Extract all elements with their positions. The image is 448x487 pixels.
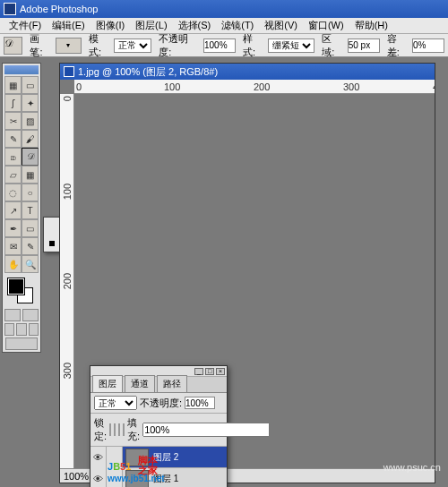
screen-mode-1[interactable]	[4, 323, 14, 336]
jump-to-ir[interactable]	[5, 337, 38, 350]
lock-pixels-icon[interactable]	[114, 423, 116, 436]
style-label: 样式:	[243, 32, 264, 59]
visibility-icon[interactable]: 👁	[90, 468, 107, 488]
slice-tool[interactable]: ▨	[22, 112, 39, 130]
lock-transparency-icon[interactable]	[109, 423, 111, 436]
mode-label: 模式:	[89, 32, 110, 59]
menu-window[interactable]: 窗口(W)	[303, 19, 349, 32]
options-bar: 𝒟 画笔: 模式: 正常 不透明度: 样式: 绷紧短 区域: 容差:	[0, 34, 448, 57]
menu-image[interactable]: 图像(I)	[90, 19, 130, 32]
layer-lock-row: 锁定: 填充:	[90, 414, 227, 447]
app-title: Adobe Photoshop	[20, 4, 98, 14]
screen-mode-2[interactable]	[16, 323, 26, 336]
workspace: ▦▭ ʃ✦ ✂▨ ✎🖌 ⎄𝒟 ▱▦ ◌○ ↗T ✒▭ ✉✎ ✋🔍 历史记录画笔工…	[0, 57, 448, 487]
shape-tool[interactable]: ▭	[22, 219, 39, 237]
eraser-tool[interactable]: ▱	[4, 166, 22, 184]
watermark-jb51: JB51 脚本之家 www.jb51.net	[108, 454, 165, 483]
layer-fill-input[interactable]	[142, 423, 270, 437]
stamp-tool[interactable]: ⎄	[4, 148, 22, 166]
lock-label: 锁定:	[94, 416, 107, 443]
brush-label: 画笔:	[30, 32, 51, 59]
path-tool[interactable]: ↗	[4, 201, 22, 219]
brush-tool[interactable]: 🖌	[22, 130, 39, 148]
opacity-input[interactable]	[203, 38, 236, 53]
hand-tool[interactable]: ✋	[4, 255, 22, 273]
document-title: 1.jpg @ 100% (图层 2, RGB/8#)	[78, 65, 218, 79]
document-titlebar[interactable]: 1.jpg @ 100% (图层 2, RGB/8#)	[60, 64, 435, 80]
titlebar: Adobe Photoshop	[0, 0, 448, 18]
toolbox-header[interactable]	[4, 65, 39, 74]
screen-mode-3[interactable]	[29, 323, 39, 336]
tolerance-label: 容差:	[387, 32, 409, 59]
panel-tabs: 图层 通道 路径	[90, 377, 227, 393]
fill-label: 填充:	[127, 416, 140, 443]
watermark-psuc: www.psuc.cn	[383, 462, 441, 473]
zoom-tool[interactable]: 🔍	[22, 255, 39, 273]
app-icon	[4, 3, 16, 15]
layer-blend-row: 正常 不透明度:	[90, 393, 227, 414]
document-icon	[64, 66, 74, 77]
area-label: 区域:	[322, 32, 343, 59]
blend-mode-select[interactable]: 正常	[94, 396, 137, 410]
maximize-icon[interactable]: □	[205, 368, 214, 375]
type-tool[interactable]: T	[22, 201, 39, 219]
menu-help[interactable]: 帮助(H)	[349, 19, 393, 32]
menu-layer[interactable]: 图层(L)	[130, 19, 172, 32]
eyedropper-tool[interactable]: ✎	[22, 237, 39, 255]
wand-tool[interactable]: ✦	[22, 94, 39, 112]
quickmask-mode[interactable]	[22, 309, 39, 321]
ruler-vertical[interactable]: 0 100 200 300	[60, 94, 74, 468]
crop-tool[interactable]: ✂	[4, 112, 22, 130]
brush-picker[interactable]	[56, 38, 82, 54]
opacity-label: 不透明度:	[140, 397, 182, 410]
menu-edit[interactable]: 编辑(E)	[47, 19, 90, 32]
notes-tool[interactable]: ✉	[4, 237, 22, 255]
foreground-color[interactable]	[8, 278, 24, 295]
toolbox: ▦▭ ʃ✦ ✂▨ ✎🖌 ⎄𝒟 ▱▦ ◌○ ↗T ✒▭ ✉✎ ✋🔍	[2, 63, 41, 353]
menu-file[interactable]: 文件(F)	[4, 19, 47, 32]
minimize-icon[interactable]: _	[194, 368, 203, 375]
ruler-horizontal[interactable]: 0 100 200 300 400	[74, 80, 435, 94]
pen-tool[interactable]: ✒	[4, 219, 22, 237]
tab-layers[interactable]: 图层	[92, 375, 123, 392]
gradient-tool[interactable]: ▦	[22, 166, 39, 184]
history-brush-tool[interactable]: 𝒟	[22, 148, 39, 166]
color-swatches[interactable]	[4, 277, 39, 307]
heal-tool[interactable]: ✎	[4, 130, 22, 148]
opacity-label: 不透明度:	[159, 32, 200, 59]
current-tool-icon[interactable]: 𝒟	[4, 37, 22, 55]
layer-opacity-input[interactable]	[185, 397, 215, 409]
tab-paths[interactable]: 路径	[157, 375, 187, 392]
visibility-icon[interactable]: 👁	[90, 447, 107, 468]
style-select[interactable]: 绷紧短	[268, 38, 314, 53]
lock-position-icon[interactable]	[118, 423, 120, 436]
blur-tool[interactable]: ◌	[4, 184, 22, 201]
menu-select[interactable]: 选择(S)	[173, 19, 217, 32]
menu-filter[interactable]: 滤镜(T)	[216, 19, 259, 32]
mode-select[interactable]: 正常	[114, 38, 151, 53]
tolerance-input[interactable]	[412, 38, 444, 53]
lasso-tool[interactable]: ʃ	[4, 94, 22, 112]
selected-dot-icon	[49, 241, 55, 246]
area-input[interactable]	[348, 38, 380, 53]
close-icon[interactable]: ×	[216, 368, 225, 375]
standard-mode[interactable]	[4, 309, 21, 321]
move-tool[interactable]: ▦	[4, 76, 22, 94]
menubar: 文件(F) 编辑(E) 图像(I) 图层(L) 选择(S) 滤镜(T) 视图(V…	[0, 18, 448, 34]
dodge-tool[interactable]: ○	[22, 184, 39, 201]
tab-channels[interactable]: 通道	[125, 375, 155, 392]
marquee-tool[interactable]: ▭	[22, 76, 39, 94]
lock-all-icon[interactable]	[123, 423, 125, 436]
menu-view[interactable]: 视图(V)	[259, 19, 303, 32]
